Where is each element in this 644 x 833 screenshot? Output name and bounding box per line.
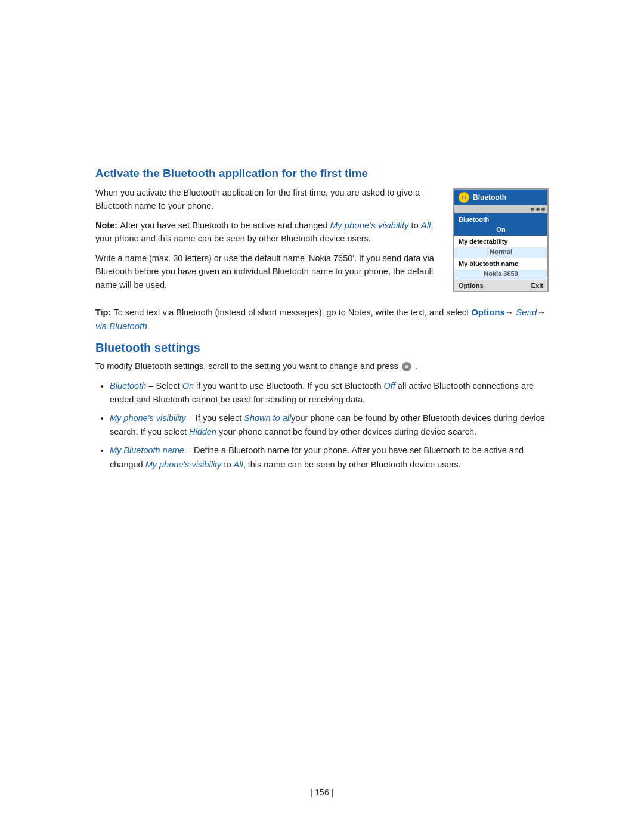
section1-text-col: When you activate the Bluetooth applicat… [95,186,435,298]
phone-screenshot: B Bluetooth Bluetooth On My detectabilit… [453,188,549,298]
phone-statusbar [454,205,547,213]
bullet-list: Bluetooth – Select On if you want to use… [95,379,549,472]
section1-title: Activate the Bluetooth application for t… [95,167,549,180]
bullet2-rest2: your phone cannot be found by other devi… [216,427,476,436]
section1-body2: Write a name (max. 30 letters) or use th… [95,252,435,292]
phone-row-btname: My bluetooth name [454,258,547,270]
phone-options: Options [459,282,484,289]
note-all: All [421,220,431,230]
phone-title: Bluetooth [473,193,506,202]
bullet3-visibility: My phone's visibility [145,460,222,469]
bullet2-term: My phone's visibility [110,413,186,423]
phone-ui: B Bluetooth Bluetooth On My detectabilit… [453,188,549,292]
tip-text: To send text via Bluetooth (instead of s… [113,308,471,317]
section1-content: When you activate the Bluetooth applicat… [95,186,549,298]
status-dot3 [541,208,545,211]
phone-row-detectability: My detectability [454,236,547,247]
list-item: My Bluetooth name – Define a Bluetooth n… [110,444,549,471]
bullet2-shown: Shown to all [244,413,291,423]
bullet3-rest2: , this name can be seen by other Bluetoo… [243,460,461,469]
list-item: My phone's visibility – If you select Sh… [110,411,549,439]
note-italic: My phone's visibility [330,220,409,230]
phone-titlebar: B Bluetooth [454,190,547,205]
bullet1-term: Bluetooth [110,381,146,391]
nav-icon-inline [402,362,411,371]
tip-send: Send [516,307,537,317]
tip-label: Tip: [95,308,111,317]
phone-subrow-nokia3650: Nokia 3650 [454,270,547,280]
section2-intro: To modify Bluetooth settings, scroll to … [95,360,549,373]
bullet1-on: On [182,381,194,391]
note-block: Note: After you have set Bluetooth to be… [95,219,435,246]
note-label: Note: [95,221,117,230]
tip-options: Options [471,307,505,317]
phone-row-bluetooth: Bluetooth [454,213,547,225]
phone-subrow-on: On [454,225,547,236]
page: Activate the Bluetooth application for t… [0,0,644,833]
bullet3-rest: to [221,460,233,469]
note-text1: After you have set Bluetooth to be activ… [120,221,330,230]
bullet3-all: All [234,460,243,469]
page-number: [ 156 ] [311,788,334,797]
section1-intro: When you activate the Bluetooth applicat… [95,186,435,213]
bullet2-sep: – If you select [186,413,244,423]
bullet3-term: My Bluetooth name [110,445,184,455]
section2-title: Bluetooth settings [95,341,549,355]
bullet1-sep: – Select [146,381,182,391]
bluetooth-icon: B [459,192,469,203]
bullet1-off: Off [383,381,395,391]
tip-via: via Bluetooth [95,321,147,331]
tip-arrow2: → [537,308,546,317]
status-dot1 [531,208,534,211]
phone-exit: Exit [531,282,543,289]
list-item: Bluetooth – Select On if you want to use… [110,379,549,407]
bullet1-rest: if you want to use Bluetooth. If you set… [194,381,383,391]
note-text2: to [409,221,421,230]
phone-footer: Options Exit [454,280,547,291]
status-dot2 [536,208,540,211]
bullet2-hidden: Hidden [189,427,216,436]
tip-arrow1: → [505,308,516,317]
tip-block: Tip: To send text via Bluetooth (instead… [95,306,549,333]
tip-period: . [147,321,150,331]
phone-subrow-normal: Normal [454,247,547,258]
